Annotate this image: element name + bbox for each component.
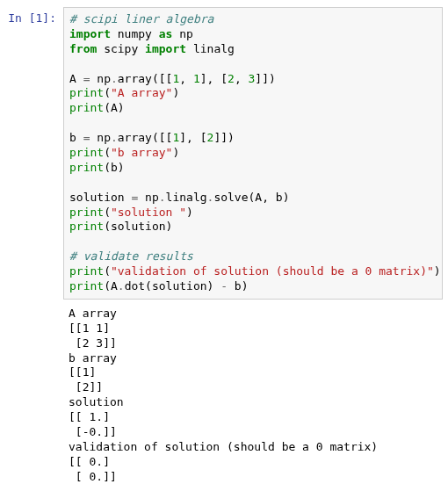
code-input-area[interactable]: # scipi liner algebra import numpy as np… — [63, 7, 443, 300]
input-prompt: In [1]: — [5, 7, 63, 26]
code-cell: In [1]: # scipi liner algebra import num… — [5, 7, 443, 300]
kw-import: import — [145, 42, 186, 55]
prompt-label: In [1]: — [8, 11, 56, 25]
output-line: b array — [69, 351, 117, 365]
output-line: [-0.]] — [69, 425, 117, 438]
code-line: # validate results — [69, 249, 193, 263]
kw-as: as — [159, 27, 173, 40]
output-line: [2 3]] — [69, 336, 117, 350]
kw-from: from — [69, 42, 97, 55]
stdout-output: A array [[1 1] [2 3]] b array [[1] [2]] … — [63, 303, 443, 484]
output-line: [ 0.]] — [69, 470, 117, 483]
output-line: solution — [69, 395, 130, 408]
kw-import: import — [69, 27, 111, 40]
output-line: [[1 1] — [69, 321, 110, 335]
output-line: [[ 0.] — [69, 455, 110, 468]
output-line: [[ 1.] — [69, 410, 110, 423]
code-line: # scipi liner algebra — [69, 12, 213, 25]
output-line: validation of solution (should be a 0 ma… — [69, 440, 378, 453]
output-line: [[1] — [69, 365, 96, 379]
output-line: A array — [69, 307, 117, 320]
output-line: [2]] — [69, 380, 103, 394]
output-cell: A array [[1 1] [2 3]] b array [[1] [2]] … — [5, 303, 443, 484]
